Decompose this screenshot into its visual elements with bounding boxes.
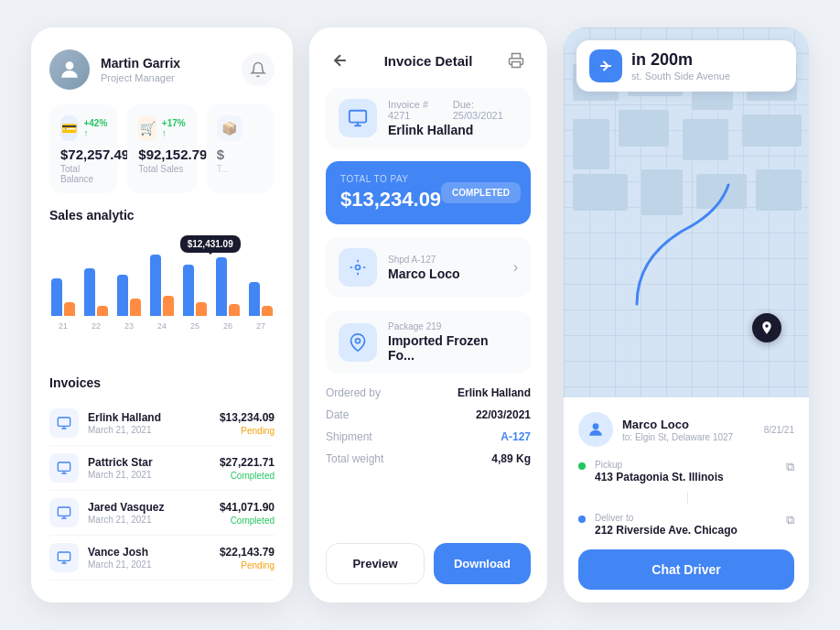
detail-label: Shipment — [326, 430, 372, 443]
bar-wrapper — [183, 265, 207, 316]
deliver-info: Deliver to 212 Riverside Ave. Chicago — [595, 513, 777, 537]
bar-wrapper — [117, 275, 141, 316]
detail-value: 22/03/2021 — [476, 408, 531, 421]
chart-section: Sales analytic $12,431.09 21222324252627 — [49, 208, 275, 361]
sales-icon: 🛒 — [138, 115, 156, 141]
pickup-info: Pickup 413 Patagonia St. Illinois — [595, 460, 777, 483]
copy-pickup-icon[interactable]: ⧉ — [786, 460, 794, 474]
invoice-item-amount: $41,071.90 — [220, 501, 275, 514]
invoice-number: Invoice # 4271 — [388, 99, 446, 121]
bar-wrapper — [216, 257, 240, 316]
detail-value: 4,89 Kg — [491, 452, 531, 465]
invoice-item-right: $41,071.90 Completed — [220, 501, 275, 526]
list-item[interactable]: Vance Josh March 21, 2021 $22,143.79 Pen… — [49, 536, 275, 581]
bar-orange — [64, 302, 75, 316]
nav-arrow-icon — [589, 49, 622, 82]
nav-street: st. South Side Avenue — [631, 71, 730, 81]
invoice-client-name: Erlink Halland — [388, 123, 518, 137]
nav-info: in 200m st. South Side Avenue — [631, 50, 730, 81]
bar-blue — [117, 275, 128, 316]
invoice-item-date: March 21, 2021 — [88, 515, 210, 525]
bar-blue — [249, 282, 260, 317]
print-icon[interactable] — [501, 46, 531, 75]
invoice-item-right: $27,221.71 Completed — [220, 456, 275, 481]
balance-label: Total Balance — [60, 164, 107, 184]
invoice-item-date: March 21, 2021 — [88, 470, 210, 480]
invoice-item-amount: $27,221.71 — [220, 456, 275, 469]
bars-container: $12,431.09 21222324252627 — [49, 234, 275, 334]
bar-orange — [196, 302, 207, 316]
balance-badge: +42% ↑ — [83, 118, 107, 138]
route-divider — [687, 493, 688, 504]
bar-label: 24 — [157, 321, 167, 331]
svg-rect-3 — [58, 507, 70, 516]
other-value: $ — [217, 147, 264, 162]
map-building — [742, 114, 802, 147]
stat-card-sales: 🛒 +17% ↑ $92,152.79 Total Sales — [127, 104, 196, 193]
invoice-item-name: Pattrick Star — [88, 456, 210, 469]
map-building — [756, 169, 802, 211]
map-building — [696, 174, 747, 209]
bar-blue — [216, 257, 227, 316]
notification-bell-icon[interactable] — [242, 53, 275, 86]
shipment-info: Shpd A-127 Marco Loco — [388, 255, 502, 281]
driver-card: Marco Loco to: Elgin St, Delaware 1027 8… — [564, 397, 809, 603]
total-pay-label: TOTAL TO PAY — [340, 174, 441, 184]
profile-info: Martin Garrix Project Manager — [101, 56, 180, 83]
svg-rect-2 — [58, 462, 70, 471]
list-item[interactable]: Pattrick Star March 21, 2021 $27,221.71 … — [49, 446, 275, 491]
download-button[interactable]: Download — [434, 543, 531, 584]
pickup-point: Pickup 413 Patagonia St. Illinois ⧉ — [578, 460, 794, 483]
invoice-item-info: Erlink Halland March 21, 2021 — [88, 411, 210, 435]
stat-card-other: 📦 $ T... — [206, 104, 275, 193]
copy-deliver-icon[interactable]: ⧉ — [786, 513, 794, 527]
invoice-item-name: Erlink Halland — [88, 411, 210, 424]
chat-driver-button[interactable]: Chat Driver — [578, 549, 794, 590]
invoice-item-right: $22,143.79 Pending — [220, 546, 275, 570]
balance-icon: 💳 — [60, 115, 78, 141]
driver-avatar — [578, 412, 613, 447]
list-item[interactable]: Erlink Halland March 21, 2021 $13,234.09… — [49, 401, 275, 446]
bar-group: 21 — [49, 278, 77, 331]
map-building — [619, 110, 669, 147]
bar-group: 22 — [82, 268, 110, 331]
middle-panel: Invoice Detail Invoice # 4271 Due: 25/03… — [309, 27, 547, 603]
nav-distance: in 200m — [631, 50, 730, 70]
bar-label: 23 — [124, 321, 134, 331]
svg-point-8 — [356, 338, 361, 342]
bar-group: 23 — [115, 275, 143, 331]
stat-card-balance: 💳 +42% ↑ $72,257.49 Total Balance — [49, 104, 118, 193]
bar-orange — [229, 304, 240, 317]
bar-wrapper — [249, 282, 273, 317]
bar-wrapper — [150, 255, 174, 317]
map-pin-icon — [752, 313, 781, 342]
package-name: Imported Frozen Fo... — [388, 333, 518, 363]
left-panel: Martin Garrix Project Manager 💳 +42% ↑ $… — [31, 27, 293, 603]
bar-orange — [97, 306, 108, 316]
list-item[interactable]: Jared Vasquez March 21, 2021 $41,071.90 … — [49, 491, 275, 536]
invoice-item-icon — [49, 543, 79, 572]
shipment-sub: Shpd A-127 — [388, 255, 502, 265]
total-pay-card: TOTAL TO PAY $13,234.09 COMPLETED — [326, 161, 531, 224]
package-card: Package 219 Imported Frozen Fo... — [326, 310, 531, 374]
bar-group: 27 — [247, 282, 275, 331]
bar-orange — [262, 306, 273, 316]
bar-label: 25 — [190, 321, 199, 331]
shipment-card[interactable]: Shpd A-127 Marco Loco › — [326, 237, 531, 298]
deliver-label: Deliver to — [595, 513, 777, 523]
mid-header: Invoice Detail — [326, 46, 531, 75]
back-button[interactable] — [326, 46, 355, 75]
right-panel: in 200m st. South Side Avenue Marco Loco… — [564, 27, 809, 603]
package-icon — [339, 323, 377, 362]
invoice-item-name: Jared Vasquez — [88, 501, 210, 514]
profile-role: Project Manager — [101, 72, 180, 83]
detail-label: Ordered by — [326, 386, 381, 399]
invoices-section: Invoices Erlink Halland March 21, 2021 $… — [49, 375, 275, 581]
map-building — [641, 169, 683, 215]
package-sub: Package 219 — [388, 321, 518, 331]
profile-left: Martin Garrix Project Manager — [49, 49, 180, 90]
invoice-item-name: Vance Josh — [88, 546, 210, 559]
preview-button[interactable]: Preview — [326, 543, 425, 584]
invoice-item-icon — [49, 453, 79, 483]
invoice-header-card: Invoice # 4271 Due: 25/03/2021 Erlink Ha… — [326, 88, 531, 148]
